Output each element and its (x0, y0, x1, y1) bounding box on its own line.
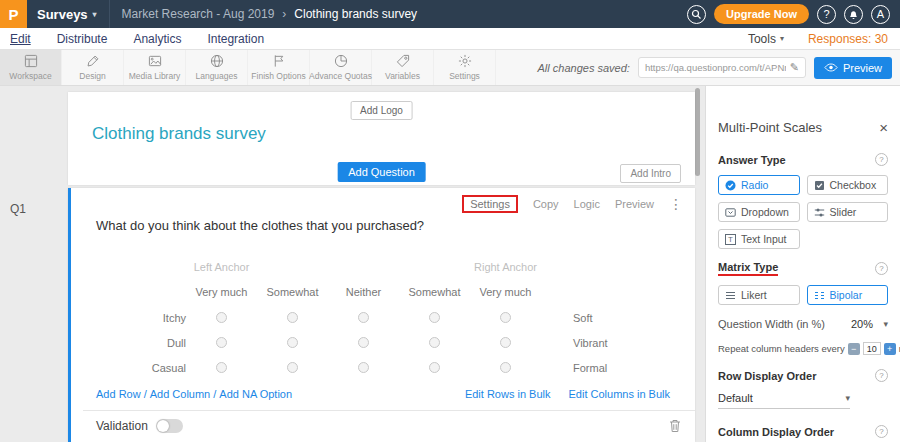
radio-check-icon (725, 180, 736, 191)
toolbar-item-design[interactable]: Design (62, 50, 124, 85)
tab-distribute[interactable]: Distribute (57, 32, 108, 46)
question-copy-button[interactable]: Copy (533, 198, 559, 210)
toolbar-item-advance-quotas[interactable]: Advance Quotas (310, 50, 372, 85)
toolbar-item-media-library[interactable]: Media Library (124, 50, 186, 85)
tab-analytics[interactable]: Analytics (133, 32, 181, 46)
radio-option[interactable] (500, 312, 511, 323)
edit-columns-in-bulk-link[interactable]: Edit Columns in Bulk (569, 388, 671, 400)
help-button[interactable]: ? (817, 5, 836, 24)
tab-edit[interactable]: Edit (10, 32, 31, 46)
right-anchor-label: Right Anchor (470, 261, 541, 273)
radio-option[interactable] (287, 362, 298, 373)
question-preview-button[interactable]: Preview (615, 198, 654, 210)
decrement-button[interactable]: − (848, 343, 860, 355)
answer-type-text-input[interactable]: T Text Input (718, 229, 800, 249)
validation-toggle[interactable] (156, 419, 183, 433)
checkbox-icon (814, 180, 825, 191)
responses-count[interactable]: Responses: 30 (808, 32, 888, 46)
row-right-label[interactable]: Soft (573, 312, 593, 324)
radio-option[interactable] (358, 337, 369, 348)
question-actions: Settings Copy Logic Preview ⋮ (462, 195, 683, 213)
answer-type-radio[interactable]: Radio (718, 175, 800, 195)
matrix-type-label: Matrix Type (718, 261, 778, 276)
search-button[interactable] (687, 5, 706, 24)
matrix-type-bipolar[interactable]: Bipolar (807, 285, 889, 305)
toolbar-item-finish-options[interactable]: Finish Options (248, 50, 310, 85)
account-avatar[interactable]: A (871, 5, 890, 24)
answer-type-checkbox[interactable]: Checkbox (807, 175, 889, 195)
radio-option[interactable] (429, 312, 440, 323)
repeat-headers-input[interactable] (863, 342, 881, 355)
question-card: Settings Copy Logic Preview ⋮ What do yo… (68, 188, 695, 442)
radio-option[interactable] (358, 312, 369, 323)
upgrade-now-button[interactable]: Upgrade Now (714, 4, 809, 24)
row-left-label[interactable]: Casual (71, 362, 186, 374)
trash-icon (669, 419, 681, 433)
help-icon[interactable]: ? (875, 262, 888, 275)
row-left-label[interactable]: Dull (71, 337, 186, 349)
help-icon[interactable]: ? (875, 369, 888, 382)
questionpro-logo[interactable]: P (0, 0, 27, 28)
question-footer: Validation (96, 419, 681, 433)
toolbar-item-variables[interactable]: Variables (372, 50, 434, 85)
radio-option[interactable] (500, 362, 511, 373)
survey-title[interactable]: Clothing brands survey (92, 124, 266, 144)
increment-button[interactable]: + (884, 343, 896, 355)
radio-option[interactable] (429, 362, 440, 373)
add-row-link[interactable]: Add Row (96, 388, 141, 400)
row-right-label[interactable]: Formal (573, 362, 607, 374)
row-right-label[interactable]: Vibrant (573, 337, 608, 349)
row-display-order-dropdown[interactable]: Default ▾ (718, 392, 850, 409)
toolbar-item-languages[interactable]: Languages (186, 50, 248, 85)
validation-label: Validation (96, 419, 148, 433)
radio-option[interactable] (500, 337, 511, 348)
radio-option[interactable] (216, 362, 227, 373)
help-icon[interactable]: ? (875, 425, 888, 438)
left-anchor-label: Left Anchor (186, 261, 257, 273)
radio-option[interactable] (287, 337, 298, 348)
add-na-option-link[interactable]: Add NA Option (219, 388, 292, 400)
toolbar-item-settings[interactable]: Settings (434, 50, 496, 85)
toolbar-item-label: Variables (385, 71, 420, 81)
edit-rows-in-bulk-link[interactable]: Edit Rows in Bulk (465, 388, 551, 400)
vertical-scrollbar[interactable] (695, 88, 700, 176)
add-intro-button[interactable]: Add Intro (620, 164, 681, 183)
delete-question-button[interactable] (669, 419, 681, 433)
radio-option[interactable] (216, 312, 227, 323)
add-logo-button[interactable]: Add Logo (350, 101, 413, 120)
chevron-down-icon[interactable]: ▾ (883, 319, 888, 329)
survey-url-input[interactable] (645, 62, 786, 73)
row-left-label[interactable]: Itchy (71, 312, 186, 324)
toolbar-item-workspace[interactable]: Workspace (0, 50, 62, 85)
survey-url-field[interactable]: ✎ (638, 57, 806, 78)
close-icon[interactable]: × (879, 120, 888, 135)
toggle-knob (157, 420, 169, 432)
radio-option[interactable] (358, 362, 369, 373)
question-width-value[interactable]: 20% (851, 318, 873, 330)
save-status-text: All changes saved: (538, 62, 630, 74)
kebab-menu-icon[interactable]: ⋮ (669, 196, 683, 212)
notifications-button[interactable] (844, 5, 863, 24)
question-settings-button[interactable]: Settings (462, 195, 518, 213)
radio-option[interactable] (287, 312, 298, 323)
answer-type-slider[interactable]: Slider (807, 202, 889, 222)
add-question-button[interactable]: Add Question (337, 162, 426, 182)
help-icon[interactable]: ? (875, 153, 888, 166)
question-text[interactable]: What do you think about the clothes that… (96, 218, 424, 233)
anchor-row: Left Anchor Right Anchor (71, 255, 695, 279)
tools-menu[interactable]: Tools ▾ (748, 32, 784, 46)
answer-type-dropdown[interactable]: Dropdown (718, 202, 800, 222)
breadcrumb-project[interactable]: Market Research - Aug 2019 (122, 7, 275, 21)
radio-option[interactable] (429, 337, 440, 348)
bulk-edit-links: Edit Rows in Bulk Edit Columns in Bulk (465, 388, 670, 400)
question-logic-button[interactable]: Logic (574, 198, 600, 210)
matrix-type-likert[interactable]: Likert (718, 285, 800, 305)
preview-button[interactable]: Preview (814, 57, 892, 79)
edit-url-pencil-icon[interactable]: ✎ (790, 61, 799, 74)
surveys-menu[interactable]: Surveys ▾ (27, 0, 109, 28)
eye-icon (824, 63, 838, 72)
radio-option[interactable] (216, 337, 227, 348)
matrix-row: Casual Formal (71, 355, 695, 380)
add-column-link[interactable]: Add Column (150, 388, 211, 400)
tab-integration[interactable]: Integration (207, 32, 264, 46)
